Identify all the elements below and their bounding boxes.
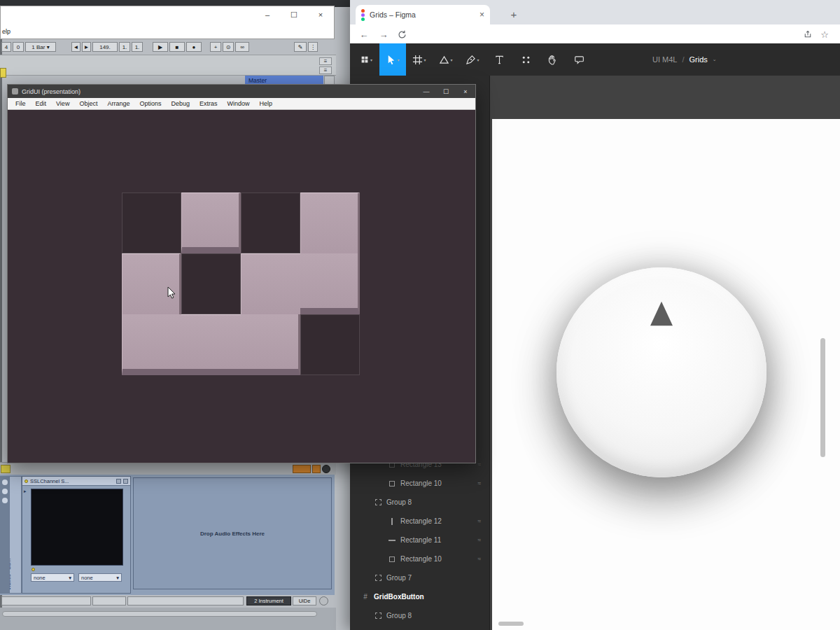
plugin-edit-icon[interactable] (116, 479, 121, 484)
layer-row-2[interactable]: Group 8 (350, 493, 490, 512)
grid-cell-r2c2[interactable] (241, 314, 300, 375)
resources-tool[interactable] (512, 43, 539, 76)
grid-cell-r0c1[interactable] (181, 192, 241, 253)
frame-tool[interactable]: ▾ (406, 43, 433, 76)
reload-button[interactable] (395, 27, 409, 41)
shape-tool[interactable]: ▾ (433, 43, 459, 76)
grid-cell-r0c2[interactable] (241, 192, 300, 253)
maximize-button[interactable]: ☐ (436, 85, 456, 98)
draw-mode-button[interactable]: ✎ (294, 42, 307, 52)
forward-button[interactable]: → (377, 27, 391, 41)
minimize-button[interactable]: – (260, 10, 275, 20)
timesig-denominator[interactable]: 1. (132, 42, 143, 52)
gridui-menu-arrange[interactable]: Arrange (102, 100, 134, 107)
arrangement-overview[interactable]: ≡ ≡ (0, 55, 336, 76)
text-tool[interactable] (486, 43, 512, 76)
minimize-button[interactable]: — (416, 85, 436, 98)
followaction-box[interactable]: 0 (13, 42, 24, 52)
knob-mini-icon[interactable] (319, 596, 328, 606)
arrange-view-toggle[interactable]: ≡ (319, 66, 332, 74)
timesig-numerator[interactable]: 1. (119, 42, 130, 52)
clip-slot-yellow[interactable] (0, 68, 6, 78)
launch-quantize-dropdown[interactable]: 1 Bar ▾ (25, 42, 56, 52)
nudge-up-button[interactable]: ► (82, 42, 91, 52)
gridui-menu-help[interactable]: Help (255, 100, 278, 107)
status-box[interactable] (92, 596, 126, 606)
options-button[interactable]: ⋮ (308, 42, 318, 52)
maximize-button[interactable]: ☐ (286, 10, 302, 20)
pen-tool[interactable]: ▾ (459, 43, 486, 76)
layer-row-5[interactable]: Rectangle 10≈ (350, 550, 490, 568)
status-box[interactable] (127, 596, 244, 606)
main-menu-icon[interactable]: ▾ (353, 43, 379, 76)
help-menu-fragment[interactable]: elp (2, 28, 10, 35)
move-tool[interactable]: ▾ (379, 43, 406, 76)
design-frame[interactable] (492, 119, 840, 630)
device-dot-icon[interactable] (2, 479, 8, 485)
gridui-menu-debug[interactable]: Debug (166, 100, 195, 107)
gridui-menu-view[interactable]: View (51, 100, 74, 107)
breadcrumb-file[interactable]: Grids (690, 55, 708, 64)
status-box[interactable] (1, 596, 91, 606)
knob-dial[interactable] (556, 267, 766, 477)
grid-cell-r1c2[interactable] (241, 253, 300, 314)
new-tab-button[interactable]: + (505, 6, 522, 22)
device-dot-icon[interactable] (2, 498, 8, 503)
gridui-menu-object[interactable]: Object (74, 100, 102, 107)
close-button[interactable]: × (456, 85, 475, 98)
record-arm-icon[interactable] (322, 465, 330, 473)
plugin-preset-dropdown-1[interactable]: none ▾ (31, 573, 74, 582)
plugin-preset-dropdown-2[interactable]: none ▾ (78, 573, 122, 582)
plugin-device-header[interactable]: SSLChannel S... (22, 477, 130, 486)
track-title-vertical[interactable]: Waves - SS... (9, 476, 22, 594)
quantize-box[interactable]: 4 (1, 42, 11, 52)
record-button[interactable]: ● (186, 42, 202, 52)
grid-cell-r1c1[interactable] (181, 253, 241, 314)
figma-canvas[interactable] (490, 76, 840, 630)
layer-row-1[interactable]: Rectangle 10≈ (350, 474, 490, 493)
layer-row-7[interactable]: #GridBoxButton (350, 587, 490, 606)
breadcrumb[interactable]: UI M4L / Grids ⌄ (652, 43, 717, 76)
grid-cell-r2c0[interactable] (122, 314, 181, 375)
grid-cell-r1c3[interactable] (300, 253, 360, 314)
layer-row-8[interactable]: Group 8 (350, 606, 490, 625)
tempo-field[interactable]: 149. (92, 42, 118, 52)
tab-close-icon[interactable]: × (479, 10, 484, 20)
grid-cell-r2c1[interactable] (181, 314, 241, 375)
overdub-button[interactable]: + (210, 42, 221, 52)
chevron-down-icon[interactable]: ⌄ (713, 57, 717, 62)
gridui-menu-extras[interactable]: Extras (195, 100, 223, 107)
gridui-menu-edit[interactable]: Edit (31, 100, 52, 107)
clip-chip-orange-small[interactable] (312, 465, 321, 473)
clip-chip-orange[interactable] (293, 465, 311, 473)
grid-cell-r1c0[interactable] (122, 253, 181, 314)
stop-button[interactable]: ■ (169, 42, 185, 52)
grid-cell-r2c3[interactable] (300, 314, 360, 375)
gridui-menu-options[interactable]: Options (134, 100, 166, 107)
device-name-box[interactable]: UiDe (293, 596, 316, 606)
layer-row-4[interactable]: Rectangle 11≈ (350, 531, 490, 550)
grid-cell-r0c0[interactable] (122, 192, 181, 253)
grid-cell-r0c3[interactable] (300, 192, 360, 253)
hand-tool[interactable] (539, 43, 566, 76)
gridui-menu-file[interactable]: File (10, 100, 31, 107)
drop-audio-effects-zone[interactable]: Drop Audio Effects Here (133, 477, 332, 589)
device-on-led-icon[interactable] (24, 479, 28, 483)
breadcrumb-project[interactable]: UI M4L (652, 55, 677, 64)
device-fold-arrow-icon[interactable]: ▸ (24, 489, 27, 494)
loop-button[interactable]: ∞ (235, 42, 249, 52)
star-icon[interactable]: ☆ (818, 27, 832, 41)
close-button[interactable]: × (313, 10, 328, 20)
layer-row-3[interactable]: Rectangle 12≈ (350, 512, 490, 531)
comment-tool[interactable] (566, 43, 592, 76)
browser-tab[interactable]: Grids – Figma × (356, 5, 490, 24)
share-icon[interactable] (801, 27, 815, 41)
automation-button[interactable]: ⊙ (223, 42, 234, 52)
play-button[interactable]: ▶ (153, 42, 168, 52)
canvas-vertical-scrollbar[interactable] (820, 338, 825, 457)
clip-chip-yellow[interactable] (1, 465, 10, 473)
layer-row-6[interactable]: Group 7 (350, 568, 490, 587)
back-button[interactable]: ← (357, 27, 371, 41)
device-dot-icon[interactable] (2, 489, 8, 494)
plugin-hotswap-icon[interactable] (123, 479, 128, 484)
